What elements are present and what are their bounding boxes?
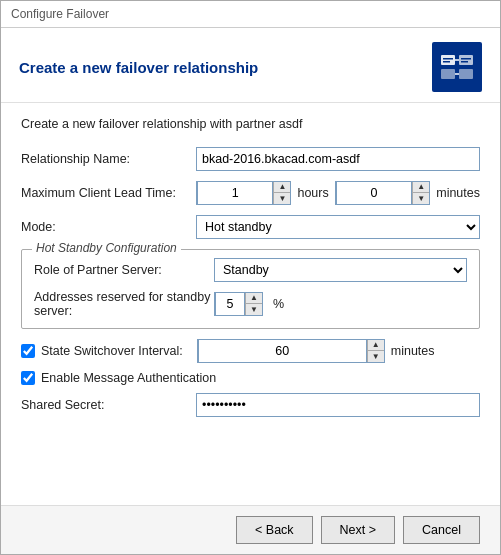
shared-secret-row: Shared Secret: [21, 393, 480, 417]
shared-secret-input[interactable] [196, 393, 480, 417]
role-select[interactable]: Standby Primary [214, 258, 467, 282]
minutes-spinner: ▲ ▼ [335, 181, 430, 205]
next-button[interactable]: Next > [321, 516, 395, 544]
addresses-spinner-btns: ▲ ▼ [245, 293, 262, 315]
max-client-lead-time-label: Maximum Client Lead Time: [21, 186, 196, 200]
addresses-up-button[interactable]: ▲ [246, 293, 262, 304]
title-bar-label: Configure Failover [11, 7, 109, 21]
minutes-spinner-btns: ▲ ▼ [412, 182, 429, 204]
title-bar: Configure Failover [1, 1, 500, 28]
dialog-content: Create a new failover relationship with … [1, 103, 500, 505]
addresses-input[interactable] [215, 292, 245, 316]
state-switchover-unit: minutes [391, 344, 435, 358]
hours-down-button[interactable]: ▼ [274, 193, 290, 204]
state-switchover-down-button[interactable]: ▼ [368, 351, 384, 362]
pct-label: % [273, 297, 284, 311]
state-switchover-checkbox[interactable] [21, 344, 35, 358]
hours-input[interactable] [197, 181, 273, 205]
relationship-name-label: Relationship Name: [21, 152, 196, 166]
role-row: Role of Partner Server: Standby Primary [34, 258, 467, 282]
state-switchover-label: State Switchover Interval: [41, 344, 183, 358]
svg-rect-1 [443, 58, 453, 60]
enable-message-auth-row: Enable Message Authentication [21, 371, 480, 385]
svg-rect-4 [461, 58, 471, 60]
addresses-spinner: ▲ ▼ [214, 292, 263, 316]
svg-rect-2 [443, 61, 450, 63]
enable-message-auth-checkbox[interactable] [21, 371, 35, 385]
addresses-down-button[interactable]: ▼ [246, 304, 262, 315]
addresses-label: Addresses reserved for standby server: [34, 290, 214, 318]
state-switchover-spinner: ▲ ▼ [197, 339, 385, 363]
dialog-header: Create a new failover relationship [1, 28, 500, 103]
minutes-input[interactable] [336, 181, 412, 205]
addresses-row: Addresses reserved for standby server: ▲… [34, 290, 467, 318]
configure-failover-dialog: Configure Failover Create a new failover… [0, 0, 501, 555]
minutes-down-button[interactable]: ▼ [413, 193, 429, 204]
max-client-lead-time-row: Maximum Client Lead Time: ▲ ▼ hours [21, 181, 480, 205]
max-client-lead-time-control: ▲ ▼ hours ▲ ▼ minutes [196, 181, 480, 205]
mode-select[interactable]: Hot standby Load balance [196, 215, 480, 239]
state-switchover-row: State Switchover Interval: ▲ ▼ minutes [21, 339, 480, 363]
back-button[interactable]: < Back [236, 516, 313, 544]
mode-label: Mode: [21, 220, 196, 234]
cancel-button[interactable]: Cancel [403, 516, 480, 544]
role-label: Role of Partner Server: [34, 263, 214, 277]
hot-standby-group: Hot Standby Configuration Role of Partne… [21, 249, 480, 329]
hours-up-button[interactable]: ▲ [274, 182, 290, 193]
addresses-spinner-group: ▲ ▼ % [214, 292, 467, 316]
hours-unit-label: hours [297, 186, 328, 200]
state-switchover-spinner-group: ▲ ▼ minutes [197, 339, 435, 363]
page-title: Create a new failover relationship [19, 59, 258, 76]
addresses-control: ▲ ▼ % [214, 292, 467, 316]
svg-rect-0 [441, 55, 455, 65]
failover-icon [439, 49, 475, 85]
state-switchover-input[interactable] [198, 339, 367, 363]
dialog-footer: < Back Next > Cancel [1, 505, 500, 554]
enable-message-auth-label: Enable Message Authentication [41, 371, 216, 385]
shared-secret-control [196, 393, 480, 417]
description-text: Create a new failover relationship with … [21, 117, 480, 131]
state-switchover-up-button[interactable]: ▲ [368, 340, 384, 351]
relationship-name-control [196, 147, 480, 171]
minutes-unit-label: minutes [436, 186, 480, 200]
svg-rect-7 [459, 69, 473, 79]
mode-row: Mode: Hot standby Load balance [21, 215, 480, 239]
relationship-name-input[interactable] [196, 147, 480, 171]
svg-rect-3 [459, 55, 473, 65]
minutes-up-button[interactable]: ▲ [413, 182, 429, 193]
shared-secret-label: Shared Secret: [21, 398, 196, 412]
header-icon [432, 42, 482, 92]
group-box-title: Hot Standby Configuration [32, 241, 181, 255]
hours-spinner: ▲ ▼ [196, 181, 291, 205]
state-switchover-spinner-btns: ▲ ▼ [367, 340, 384, 362]
svg-rect-5 [461, 61, 468, 63]
lead-time-spinner-group: ▲ ▼ hours ▲ ▼ minutes [196, 181, 480, 205]
hours-spinner-btns: ▲ ▼ [273, 182, 290, 204]
role-control: Standby Primary [214, 258, 467, 282]
relationship-name-row: Relationship Name: [21, 147, 480, 171]
svg-rect-6 [441, 69, 455, 79]
mode-control: Hot standby Load balance [196, 215, 480, 239]
